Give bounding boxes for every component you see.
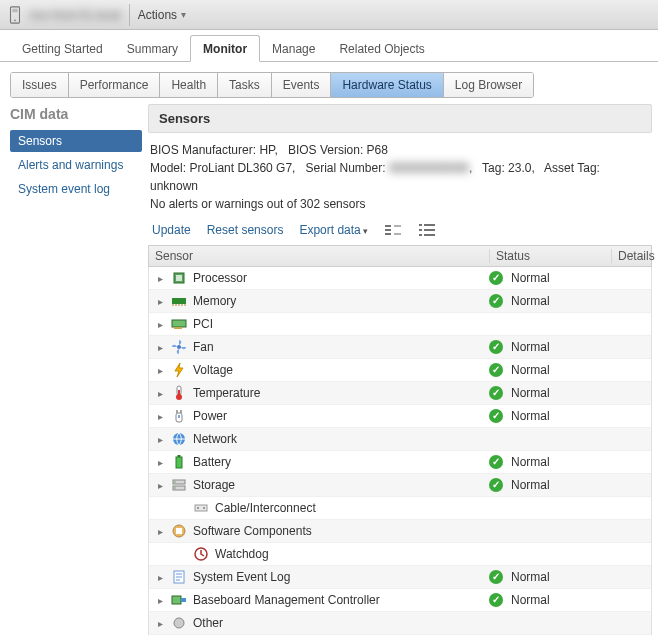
sensor-row-memory[interactable]: ▸MemoryNormal xyxy=(149,290,651,313)
svg-rect-11 xyxy=(178,390,180,396)
actions-label: Actions xyxy=(138,8,177,22)
status-cell: Normal xyxy=(489,409,611,423)
sensor-row-voltage[interactable]: ▸VoltageNormal xyxy=(149,359,651,382)
main-tab-summary[interactable]: Summary xyxy=(115,36,190,61)
sensor-row-other[interactable]: ▸Other xyxy=(149,612,651,635)
status-text: Normal xyxy=(511,294,550,308)
svg-rect-24 xyxy=(176,528,182,534)
expand-toggle[interactable]: ▸ xyxy=(155,572,165,583)
sensor-row-watchdog[interactable]: Watchdog xyxy=(149,543,651,566)
svg-rect-22 xyxy=(203,507,205,509)
nav-item-sensors[interactable]: Sensors xyxy=(10,130,142,152)
sub-tab-events[interactable]: Events xyxy=(272,73,332,97)
pci-icon xyxy=(171,316,187,332)
bios-manufacturer-value: HP xyxy=(259,143,274,157)
sub-tab-hardware-status[interactable]: Hardware Status xyxy=(331,73,443,97)
toolbar-separator xyxy=(129,4,130,26)
window-toolbar: esx-host-01.local Actions ▾ xyxy=(0,0,658,30)
sensor-name: Temperature xyxy=(193,386,260,400)
export-data-label: Export data xyxy=(299,223,360,237)
svg-rect-20 xyxy=(195,505,207,511)
col-status[interactable]: Status xyxy=(489,249,611,263)
sensor-row-software-components[interactable]: ▸Software Components xyxy=(149,520,651,543)
sensor-row-system-event-log[interactable]: ▸System Event LogNormal xyxy=(149,566,651,589)
svg-rect-6 xyxy=(172,320,186,327)
expand-toggle[interactable]: ▸ xyxy=(155,480,165,491)
expand-toggle[interactable]: ▸ xyxy=(155,365,165,376)
hardware-meta: BIOS Manufacturer: HP, BIOS Version: P68… xyxy=(148,133,652,213)
bios-version-label: BIOS Version: xyxy=(288,143,363,157)
sensor-name: Software Components xyxy=(193,524,312,538)
watchdog-icon xyxy=(193,546,209,562)
list-view-icon[interactable] xyxy=(418,223,436,237)
expand-toggle[interactable]: ▸ xyxy=(155,342,165,353)
expand-toggle[interactable]: ▸ xyxy=(155,434,165,445)
battery-icon xyxy=(171,454,187,470)
col-sensor[interactable]: Sensor xyxy=(149,249,489,263)
sensor-row-network[interactable]: ▸Network xyxy=(149,428,651,451)
sub-tab-issues[interactable]: Issues xyxy=(11,73,69,97)
sensor-row-power[interactable]: ▸PowerNormal xyxy=(149,405,651,428)
sensor-row-cable-interconnect[interactable]: Cable/Interconnect xyxy=(149,497,651,520)
expand-toggle[interactable]: ▸ xyxy=(155,273,165,284)
expand-toggle[interactable]: ▸ xyxy=(155,411,165,422)
expand-toggle[interactable]: ▸ xyxy=(155,457,165,468)
left-nav: CIM data SensorsAlerts and warningsSyste… xyxy=(10,104,148,639)
temperature-icon xyxy=(171,385,187,401)
expand-toggle[interactable]: ▸ xyxy=(155,595,165,606)
reset-sensors-link[interactable]: Reset sensors xyxy=(207,223,284,237)
main-tab-related-objects[interactable]: Related Objects xyxy=(327,36,436,61)
asset-tag-label: Asset Tag: xyxy=(544,161,600,175)
expand-toggle[interactable]: ▸ xyxy=(155,296,165,307)
fan-icon xyxy=(171,339,187,355)
software-icon xyxy=(171,523,187,539)
nav-item-system-event-log[interactable]: System event log xyxy=(10,178,142,200)
sensor-row-pci[interactable]: ▸PCI xyxy=(149,313,651,336)
sensor-name: Watchdog xyxy=(215,547,269,561)
sensor-name: Memory xyxy=(193,294,236,308)
svg-point-19 xyxy=(174,487,176,489)
sub-tab-log-browser[interactable]: Log Browser xyxy=(444,73,533,97)
expand-toggle[interactable]: ▸ xyxy=(155,526,165,537)
sub-tab-tasks[interactable]: Tasks xyxy=(218,73,272,97)
sensor-row-fan[interactable]: ▸FanNormal xyxy=(149,336,651,359)
sensor-row-processor[interactable]: ▸ProcessorNormal xyxy=(149,267,651,290)
expand-toggle[interactable]: ▸ xyxy=(155,388,165,399)
main-tab-getting-started[interactable]: Getting Started xyxy=(10,36,115,61)
svg-rect-15 xyxy=(178,455,181,457)
sensor-row-battery[interactable]: ▸BatteryNormal xyxy=(149,451,651,474)
update-link[interactable]: Update xyxy=(152,223,191,237)
sensor-name: PCI xyxy=(193,317,213,331)
view-toggle-icon[interactable] xyxy=(384,223,402,237)
sub-tab-health[interactable]: Health xyxy=(160,73,218,97)
model-label: Model: xyxy=(150,161,186,175)
status-text: Normal xyxy=(511,593,550,607)
status-cell: Normal xyxy=(489,593,611,607)
status-ok-icon xyxy=(489,340,503,354)
sub-tab-performance[interactable]: Performance xyxy=(69,73,161,97)
expand-toggle[interactable]: ▸ xyxy=(155,319,165,330)
panel-title: Sensors xyxy=(148,104,652,133)
sensor-row-temperature[interactable]: ▸TemperatureNormal xyxy=(149,382,651,405)
sensor-row-baseboard-management-controller[interactable]: ▸Baseboard Management ControllerNormal xyxy=(149,589,651,612)
status-ok-icon xyxy=(489,363,503,377)
bios-version-value: P68 xyxy=(367,143,388,157)
nav-item-alerts-and-warnings[interactable]: Alerts and warnings xyxy=(10,154,142,176)
col-details[interactable]: Details xyxy=(611,249,655,263)
svg-point-8 xyxy=(177,345,181,349)
sensor-row-storage[interactable]: ▸StorageNormal xyxy=(149,474,651,497)
status-ok-icon xyxy=(489,294,503,308)
status-cell: Normal xyxy=(489,478,611,492)
expand-toggle[interactable]: ▸ xyxy=(155,618,165,629)
svg-rect-27 xyxy=(172,596,181,604)
status-cell: Normal xyxy=(489,386,611,400)
svg-rect-28 xyxy=(181,598,186,602)
main-tab-manage[interactable]: Manage xyxy=(260,36,327,61)
export-data-link[interactable]: Export data▾ xyxy=(299,223,367,237)
actions-menu[interactable]: Actions ▾ xyxy=(138,8,186,22)
host-name: esx-host-01.local xyxy=(30,8,121,22)
model-value: ProLiant DL360 G7 xyxy=(189,161,292,175)
storage-icon xyxy=(171,477,187,493)
sensor-name: Storage xyxy=(193,478,235,492)
main-tab-monitor[interactable]: Monitor xyxy=(190,35,260,62)
